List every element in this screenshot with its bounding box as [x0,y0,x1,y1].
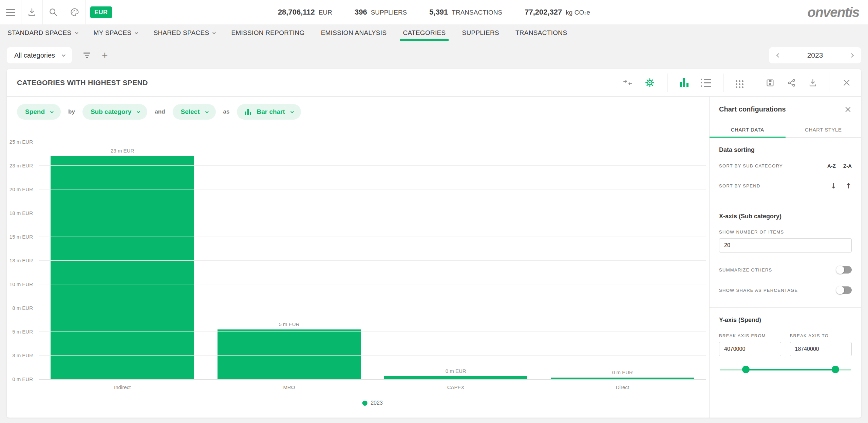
chart-type-selector[interactable]: Bar chart [237,104,301,120]
gridline [39,142,706,142]
secondary-selector[interactable]: Select [173,104,216,120]
dimension-label: Sub category [91,108,131,116]
sort-az-button[interactable]: A-Z [827,163,836,169]
collapse-button[interactable] [623,79,633,87]
nav-tab-shared-spaces[interactable]: SHARED SPACES [153,24,215,41]
gridline [39,237,706,237]
nav-tab-standard-spaces[interactable]: STANDARD SPACES [7,24,77,41]
download-button[interactable] [21,0,42,24]
search-icon [49,7,58,17]
stat-value: 28,706,112 [278,8,315,17]
y-axis-tick-label: 8 m EUR [7,305,33,311]
break-axis-to-input[interactable] [790,342,852,356]
gridline [39,165,706,166]
legend-label: 2023 [371,400,383,406]
connector-as: as [223,108,230,115]
close-icon[interactable] [844,106,852,113]
gridline [39,308,706,308]
list-view-button[interactable] [701,79,711,87]
widgets-button[interactable] [736,80,741,85]
break-axis-slider [720,366,851,373]
chart-configurations-panel: Chart configurations CHART DATA CHART ST… [709,97,861,418]
sort-by-sub-category-label: SORT BY SUB CATEGORY [719,163,783,168]
year-navigator: 2023 [769,47,861,63]
chart-legend[interactable]: 2023 [362,400,383,406]
theme-button[interactable] [64,0,85,24]
stat-label: SUPPLIERS [371,9,407,16]
save-button[interactable] [766,78,775,87]
divider [723,74,723,92]
filter-button[interactable] [83,53,90,58]
grid-icon [736,80,737,82]
tab-chart-data[interactable]: CHART DATA [710,121,786,137]
chevron-down-icon [75,31,78,34]
category-selector[interactable]: All categories [7,47,72,63]
widget-title: CATEGORIES WITH HIGHEST SPEND [17,79,148,87]
y-axis-section: Y-axis (Spend) BREAK AXIS FROM BREAK AXI… [710,307,861,374]
close-widget-button[interactable] [842,78,851,87]
next-year-button[interactable] [849,53,854,58]
gridline [39,284,706,284]
stat-item: 396SUPPLIERS [355,8,407,17]
share-button[interactable] [787,78,796,87]
gridline [39,260,706,261]
nav-tab-categories[interactable]: CATEGORIES [403,24,446,41]
gridline [39,189,706,189]
summarize-others-toggle[interactable] [836,266,852,274]
bar-chart-view-button[interactable] [680,78,688,87]
slider-handle-max[interactable] [832,366,839,373]
chevron-down-icon [212,31,216,34]
dimension-selector[interactable]: Sub category [82,104,147,120]
sort-descending-icon[interactable]: ↓ [830,182,836,190]
tab-chart-style[interactable]: CHART STYLE [786,121,862,137]
gridline [39,331,706,332]
currency-badge[interactable]: EUR [90,6,112,18]
nav-tab-transactions[interactable]: TRANSACTIONS [515,24,567,41]
nav-tab-emission-reporting[interactable]: EMISSION REPORTING [231,24,304,41]
y-axis-tick-label: 10 m EUR [7,281,33,287]
show-number-of-items-input[interactable] [719,238,852,253]
section-title: Data sorting [719,146,852,154]
previous-year-button[interactable] [776,53,781,58]
close-icon [842,78,851,87]
collapse-icon [623,79,633,87]
x-axis-label: Direct [539,384,706,390]
chevron-down-icon [50,110,54,113]
chart-type-label: Bar chart [257,108,285,116]
show-number-of-items-label: SHOW NUMBER OF ITEMS [719,229,852,235]
gridline [39,379,706,380]
break-axis-from-input[interactable] [719,342,781,356]
bar-value-label: 5 m EUR [279,321,299,327]
stat-label: TRANSACTIONS [452,9,502,16]
add-filter-button[interactable]: + [102,50,108,60]
x-axis-section: X-axis (Sub category) SHOW NUMBER OF ITE… [710,204,861,307]
nav-tab-emission-analysis[interactable]: EMISSION ANALYSIS [321,24,387,41]
show-share-as-percentage-toggle[interactable] [836,286,852,294]
topbar-icons: EUR [0,0,112,24]
gear-icon [645,78,655,88]
nav-tab-label: SUPPLIERS [462,29,499,37]
bar[interactable] [218,329,361,379]
measure-selector[interactable]: Spend [17,104,61,120]
y-axis-tick-label: 5 m EUR [7,329,33,335]
search-button[interactable] [43,0,64,24]
divider [85,0,86,24]
divider [753,74,753,92]
settings-button[interactable] [645,78,655,88]
export-button[interactable] [808,78,817,87]
slider-handle-min[interactable] [742,366,750,373]
nav-tab-label: MY SPACES [94,29,132,37]
stat-item: 5,391TRANSACTIONS [429,8,502,17]
sort-ascending-icon[interactable]: ↑ [846,182,852,190]
section-title: X-axis (Sub category) [719,213,852,220]
sort-za-button[interactable]: Z-A [843,163,852,169]
menu-button[interactable] [0,0,21,24]
nav-tab-my-spaces[interactable]: MY SPACES [94,24,137,41]
page: EUR 28,706,112EUR396SUPPLIERS5,391TRANSA… [0,0,868,423]
bar[interactable] [384,376,527,379]
stat-value: 396 [355,8,367,17]
onventis-logo: onventis [808,5,859,20]
nav-tab-suppliers[interactable]: SUPPLIERS [462,24,499,41]
show-share-as-percentage-label: SHOW SHARE AS PERCENTAGE [719,288,798,293]
filter-bar: All categories + 2023 [0,41,868,69]
